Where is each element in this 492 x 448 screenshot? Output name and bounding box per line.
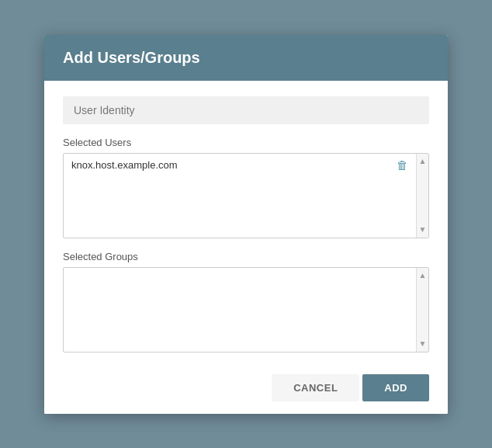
delete-user-icon[interactable]: 🗑 — [397, 158, 408, 172]
groups-scroll-up[interactable]: ▲ — [418, 270, 428, 281]
selected-users-box: knox.host.example.com 🗑 ▲ ▼ — [63, 153, 429, 238]
overlay: Add Users/Groups Selected Users knox.hos… — [0, 0, 492, 448]
users-scrollbar: ▲ ▼ — [416, 154, 428, 238]
dialog-footer: CANCEL ADD — [44, 365, 448, 414]
add-button[interactable]: ADD — [362, 374, 429, 401]
user-item-text: knox.host.example.com — [71, 159, 397, 171]
selected-users-label: Selected Users — [63, 137, 429, 148]
users-scroll-down[interactable]: ▼ — [418, 224, 428, 235]
groups-scroll-down[interactable]: ▼ — [418, 339, 428, 349]
user-identity-input[interactable] — [63, 96, 429, 124]
list-item: knox.host.example.com 🗑 — [64, 154, 416, 176]
dialog-title: Add Users/Groups — [63, 49, 429, 67]
groups-scrollbar: ▲ ▼ — [416, 268, 428, 352]
selected-groups-label: Selected Groups — [63, 251, 429, 262]
dialog-header: Add Users/Groups — [44, 35, 448, 81]
cancel-button[interactable]: CANCEL — [272, 374, 359, 401]
selected-groups-box: ▲ ▼ — [63, 267, 429, 352]
dialog: Add Users/Groups Selected Users knox.hos… — [44, 35, 448, 414]
selected-users-list: knox.host.example.com 🗑 — [64, 154, 416, 238]
dialog-body: Selected Users knox.host.example.com 🗑 ▲… — [44, 81, 448, 352]
selected-groups-list — [64, 268, 416, 352]
users-scroll-up[interactable]: ▲ — [418, 156, 428, 167]
